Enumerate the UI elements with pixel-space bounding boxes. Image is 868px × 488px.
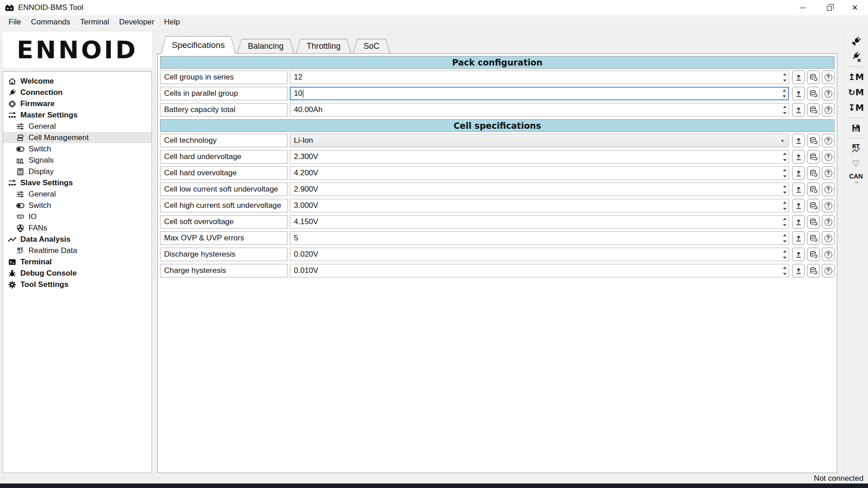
sidebar-item-data-analysis[interactable]: Data Analysis — [3, 234, 151, 245]
cell-soft-overvoltage-field[interactable]: 4.150V — [290, 215, 789, 229]
spinner-control[interactable] — [781, 167, 788, 179]
menu-commands[interactable]: Commands — [26, 15, 75, 29]
write-value-button[interactable] — [792, 248, 805, 261]
restore-default-button[interactable] — [807, 166, 820, 180]
help-button[interactable]: ? — [822, 264, 835, 277]
write-value-button[interactable] — [792, 150, 805, 164]
sidebar-item-switch[interactable]: Switch — [3, 143, 151, 155]
help-button[interactable]: ? — [822, 70, 835, 84]
sidebar-item-slave-settings[interactable]: Slave Settings — [3, 177, 151, 188]
spinner-control[interactable] — [781, 248, 788, 261]
cell-low-current-soft-undervoltage-field[interactable]: 2.900V — [290, 183, 789, 196]
sidebar-item-general[interactable]: General — [3, 188, 151, 200]
help-button[interactable]: ? — [822, 103, 835, 117]
close-button[interactable]: × — [842, 0, 868, 15]
sidebar-item-tool-settings[interactable]: Tool Settings — [3, 279, 151, 290]
battery-capacity-total-field[interactable]: 40.00Ah — [290, 103, 789, 117]
sidebar-item-welcome[interactable]: Welcome — [3, 75, 151, 87]
help-button[interactable]: ? — [822, 150, 835, 164]
write-value-button[interactable] — [792, 166, 805, 180]
restore-default-button[interactable] — [807, 87, 820, 100]
spinner-control[interactable] — [780, 88, 788, 99]
sidebar-item-connection[interactable]: Connection — [3, 87, 151, 98]
help-button[interactable]: ? — [822, 134, 835, 147]
cell-hard-undervoltage-field[interactable]: 2.300V — [290, 150, 789, 164]
spinner-control[interactable] — [781, 264, 788, 277]
write-value-button[interactable] — [792, 70, 805, 84]
restore-default-button[interactable] — [807, 70, 820, 84]
realtime-data-button[interactable] — [844, 141, 868, 156]
can-scan-button[interactable]: CAN→ — [844, 171, 868, 187]
sidebar-item-display[interactable]: Display — [3, 166, 151, 177]
write-value-button[interactable] — [792, 183, 805, 196]
restore-default-button[interactable] — [807, 134, 820, 147]
sidebar-item-switch[interactable]: Switch — [3, 200, 151, 211]
help-button[interactable]: ? — [822, 231, 835, 245]
sidebar-item-general[interactable]: General — [3, 121, 151, 132]
help-icon: ? — [825, 74, 832, 81]
restore-default-button[interactable] — [807, 215, 820, 229]
spinner-control[interactable] — [781, 199, 788, 212]
charge-hysteresis-field[interactable]: 0.010V — [290, 264, 789, 277]
sidebar-item-io[interactable]: IO — [3, 211, 151, 222]
spinner-control[interactable] — [781, 183, 788, 196]
menu-file[interactable]: File — [4, 15, 26, 29]
sidebar-item-debug-console[interactable]: Debug Console — [3, 267, 151, 279]
write-value-button[interactable] — [792, 87, 805, 100]
write-value-button[interactable] — [792, 199, 805, 212]
tab-throttling[interactable]: Throttling — [296, 39, 351, 54]
favorites-button[interactable]: ♡ — [844, 156, 868, 171]
restore-default-button[interactable] — [807, 150, 820, 164]
write-value-button[interactable] — [792, 134, 805, 147]
spinner-control[interactable] — [781, 232, 788, 244]
help-button[interactable]: ? — [822, 199, 835, 212]
tab-specifications[interactable]: Specifications — [161, 36, 236, 54]
tab-balancing[interactable]: Balancing — [237, 39, 294, 54]
sidebar-item-cell-management[interactable]: Cell Management — [3, 132, 151, 143]
max-ovp-uvp-errors-field[interactable]: 5 — [290, 231, 789, 245]
restore-default-button[interactable] — [807, 103, 820, 117]
sidebar-item-realtime-data[interactable]: Realtime Data — [3, 245, 151, 256]
reboot-master-button[interactable]: ↻M — [844, 84, 868, 100]
discharge-hysteresis-field[interactable]: 0.020V — [290, 248, 789, 261]
write-value-button[interactable] — [792, 231, 805, 245]
cell-hard-overvoltage-field[interactable]: 4.200V — [290, 166, 789, 180]
tab-soc[interactable]: SoC — [353, 39, 390, 54]
menu-developer[interactable]: Developer — [114, 15, 160, 29]
sidebar-item-signals[interactable]: Signals — [3, 155, 151, 166]
write-value-button[interactable] — [792, 103, 805, 117]
cell-groups-in-series-field[interactable]: 12 — [290, 70, 789, 84]
restore-default-button[interactable] — [807, 199, 820, 212]
help-button[interactable]: ? — [822, 166, 835, 180]
help-button[interactable]: ? — [822, 183, 835, 196]
cells-in-parallel-group-field[interactable]: 10 — [290, 87, 789, 100]
sidebar-item-firmware[interactable]: Firmware — [3, 98, 151, 109]
read-master-button[interactable]: ↧M — [844, 100, 868, 115]
write-value-button[interactable] — [792, 264, 805, 277]
restore-default-button[interactable] — [807, 264, 820, 277]
connect-button[interactable] — [844, 33, 868, 49]
sidebar-item-fans[interactable]: FANs — [3, 222, 151, 234]
spinner-control[interactable] — [781, 71, 788, 84]
help-button[interactable]: ? — [822, 215, 835, 229]
help-button[interactable]: ? — [822, 248, 835, 261]
disconnect-button[interactable] — [844, 49, 868, 64]
sidebar-item-master-settings[interactable]: Master Settings — [3, 109, 151, 121]
menu-help[interactable]: Help — [159, 15, 185, 29]
spinner-control[interactable] — [781, 103, 788, 116]
help-button[interactable]: ? — [822, 87, 835, 100]
sidebar-item-terminal[interactable]: Terminal — [3, 256, 151, 267]
save-button[interactable] — [844, 120, 868, 136]
restore-default-button[interactable] — [807, 183, 820, 196]
menu-terminal[interactable]: Terminal — [75, 15, 114, 29]
spinner-control[interactable] — [781, 150, 788, 163]
restore-button[interactable] — [816, 0, 842, 15]
cell-technology-field[interactable]: Li-Ion ▾ — [290, 134, 789, 147]
write-value-button[interactable] — [792, 215, 805, 229]
minimize-button[interactable] — [789, 0, 816, 15]
cell-high-current-soft-undervoltage-field[interactable]: 3.000V — [290, 199, 789, 212]
spinner-control[interactable] — [781, 216, 788, 228]
restore-default-button[interactable] — [807, 231, 820, 245]
write-master-button[interactable]: ↥M — [844, 69, 868, 84]
restore-default-button[interactable] — [807, 248, 820, 261]
